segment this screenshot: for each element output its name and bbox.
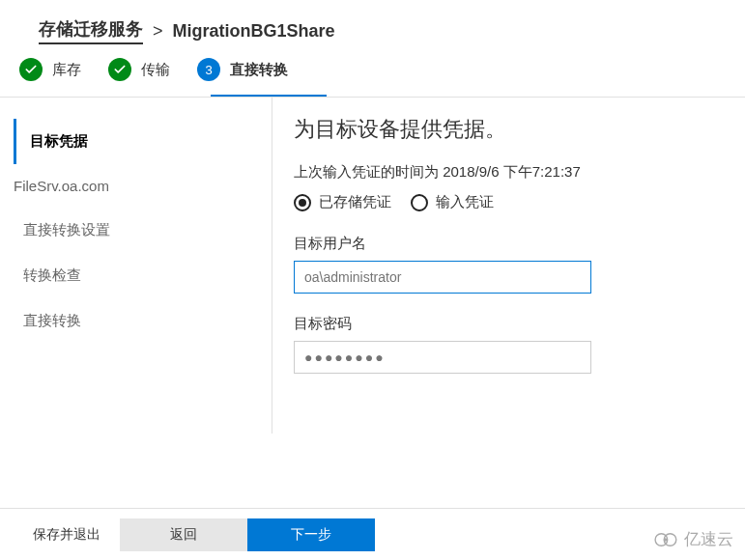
- content-pane: 为目标设备提供凭据。 上次输入凭证的时间为 2018/9/6 下午7:21:37…: [272, 98, 745, 434]
- credential-mode-radio-group: 已存储凭证 输入凭证: [294, 193, 716, 211]
- sidebar-item-server[interactable]: FileSrv.oa.com: [14, 164, 272, 208]
- step-label: 直接转换: [230, 61, 288, 79]
- main-area: 目标凭据 FileSrv.oa.com 直接转换设置 转换检查 直接转换 为目标…: [0, 98, 745, 434]
- content-heading: 为目标设备提供凭据。: [294, 115, 716, 144]
- check-icon: [19, 58, 43, 81]
- breadcrumb-separator: >: [153, 21, 163, 42]
- radio-label: 已存储凭证: [319, 193, 391, 211]
- sidebar: 目标凭据 FileSrv.oa.com 直接转换设置 转换检查 直接转换: [0, 98, 272, 434]
- password-input[interactable]: [294, 341, 591, 374]
- check-icon: [108, 58, 131, 81]
- footer-bar: 保存并退出 返回 下一步: [0, 508, 745, 560]
- step-label: 传输: [141, 61, 170, 79]
- step-number-icon: 3: [197, 58, 220, 81]
- svg-point-2: [664, 538, 668, 542]
- password-label: 目标密码: [294, 315, 716, 333]
- sidebar-item-cutover-settings[interactable]: 直接转换设置: [14, 208, 272, 253]
- step-inventory[interactable]: 库存: [19, 58, 81, 81]
- step-label: 库存: [52, 61, 81, 79]
- username-input[interactable]: [294, 261, 591, 294]
- back-button[interactable]: 返回: [120, 518, 247, 551]
- step-transfer[interactable]: 传输: [108, 58, 170, 81]
- sidebar-item-cutover[interactable]: 直接转换: [14, 298, 272, 344]
- last-saved-text: 上次输入凭证的时间为 2018/9/6 下午7:21:37: [294, 163, 716, 182]
- radio-icon: [411, 194, 428, 211]
- watermark-text: 亿速云: [684, 528, 733, 550]
- breadcrumb: 存储迁移服务 > MigrationBG1Share: [0, 0, 745, 58]
- radio-icon: [294, 194, 311, 211]
- wizard-steps: 库存 传输 3 直接转换: [0, 58, 745, 95]
- breadcrumb-root[interactable]: 存储迁移服务: [39, 17, 143, 44]
- breadcrumb-current: MigrationBG1Share: [173, 21, 335, 42]
- radio-stored-credentials[interactable]: 已存储凭证: [294, 193, 391, 211]
- watermark: 亿速云: [653, 528, 733, 550]
- step-cutover[interactable]: 3 直接转换: [197, 58, 288, 81]
- username-label: 目标用户名: [294, 235, 716, 253]
- save-exit-button[interactable]: 保存并退出: [14, 518, 120, 551]
- next-button[interactable]: 下一步: [247, 518, 375, 551]
- radio-label: 输入凭证: [436, 193, 494, 211]
- watermark-icon: [653, 531, 680, 548]
- sidebar-item-validation[interactable]: 转换检查: [14, 253, 272, 298]
- sidebar-item-target-credentials[interactable]: 目标凭据: [14, 119, 272, 164]
- radio-enter-credentials[interactable]: 输入凭证: [411, 193, 494, 211]
